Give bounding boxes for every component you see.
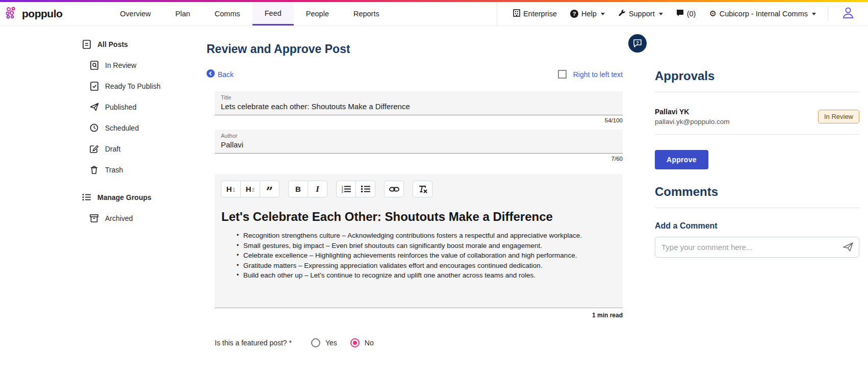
user-profile-icon[interactable] xyxy=(843,7,854,21)
nav-plan[interactable]: Plan xyxy=(163,2,202,26)
help-menu[interactable]: ? Help xyxy=(564,10,611,18)
h2-button[interactable]: H2 xyxy=(240,181,260,197)
sidebar-item-label: Trash xyxy=(105,166,123,174)
nav-reports[interactable]: Reports xyxy=(341,2,392,26)
h2-label: H xyxy=(246,185,251,193)
rtl-checkbox[interactable] xyxy=(558,70,567,79)
edit-pencil-icon xyxy=(89,144,99,153)
sidebar-item-published[interactable]: Published xyxy=(89,96,204,117)
add-comment-label: Add a Comment xyxy=(655,221,859,231)
quote-icon: ” xyxy=(266,189,273,194)
featured-yes-label[interactable]: Yes xyxy=(325,339,337,347)
enterprise-menu[interactable]: Enterprise xyxy=(506,9,564,18)
enterprise-label: Enterprise xyxy=(523,10,557,18)
sidebar-item-manage-groups[interactable]: Manage Groups xyxy=(82,187,204,208)
sidebar-item-all-posts[interactable]: All Posts xyxy=(82,34,204,55)
ordered-list-button[interactable]: 123 xyxy=(336,181,356,197)
nav-comms[interactable]: Comms xyxy=(202,2,252,26)
bold-button[interactable]: B xyxy=(288,181,308,197)
back-link[interactable]: Back xyxy=(207,69,234,79)
clear-format-group xyxy=(413,181,432,197)
workspace-menu[interactable]: ⚙ Cubicorp - Internal Comms xyxy=(702,10,823,18)
clock-icon xyxy=(89,123,99,132)
title-field[interactable]: Title Lets celebrate each other: Shoutou… xyxy=(215,91,623,115)
nav-feed[interactable]: Feed xyxy=(252,2,294,26)
rich-text-editor[interactable]: H1 H2 ” B I 123 xyxy=(215,174,623,308)
feedback-chat-fab[interactable]: ? xyxy=(628,34,647,53)
sidebar-item-label: Published xyxy=(105,103,137,111)
sidebar-item-draft[interactable]: Draft xyxy=(89,138,204,159)
nav-overview[interactable]: Overview xyxy=(108,2,163,26)
sidebar-item-scheduled[interactable]: Scheduled xyxy=(89,117,204,138)
back-arrow-icon xyxy=(207,69,215,79)
page-title: Review and Approve Post xyxy=(207,42,623,56)
title-field-value[interactable]: Lets celebrate each other: Shoutouts Mak… xyxy=(221,102,617,111)
bullet-list-button[interactable] xyxy=(355,181,375,197)
sidebar-item-archived[interactable]: Archived xyxy=(89,208,204,229)
author-field[interactable]: Author Pallavi xyxy=(215,130,623,154)
approver-info: Pallavi YK pallavi.yk@poppulo.com xyxy=(655,108,730,125)
italic-button[interactable]: I xyxy=(308,181,327,197)
post-bullet: Celebrate excellence – Highlighting achi… xyxy=(243,250,617,261)
sidebar-item-ready-to-publish[interactable]: Ready To Publish xyxy=(89,76,204,96)
featured-post-question: Is this a featured post? * Yes No xyxy=(215,338,623,347)
sidebar-section-gap xyxy=(82,180,204,187)
nav-people[interactable]: People xyxy=(294,2,341,26)
featured-yes-radio[interactable] xyxy=(311,338,320,347)
author-field-label: Author xyxy=(221,133,617,139)
support-menu[interactable]: Support xyxy=(611,9,670,18)
post-bullet: Build each other up – Let's continue to … xyxy=(243,270,617,281)
document-search-icon xyxy=(89,61,99,70)
link-icon xyxy=(389,186,399,192)
send-icon[interactable] xyxy=(843,242,854,254)
feed-sidebar: All Posts In Review Ready To Publish Pub… xyxy=(82,34,204,229)
help-label: Help xyxy=(581,10,597,18)
featured-no-label[interactable]: No xyxy=(365,339,374,347)
clear-formatting-button[interactable] xyxy=(413,181,432,197)
title-field-label: Title xyxy=(221,94,617,100)
poppulo-logo[interactable]: poppulo xyxy=(0,2,69,26)
document-check-icon xyxy=(89,82,99,91)
sidebar-item-trash[interactable]: Trash xyxy=(89,159,204,180)
approve-button[interactable]: Approve xyxy=(655,150,708,169)
support-label: Support xyxy=(629,10,655,18)
author-char-counter: 7/60 xyxy=(207,156,623,162)
featured-no-radio[interactable] xyxy=(350,338,360,347)
app-window: poppulo Overview Plan Comms Feed People … xyxy=(0,0,868,377)
wrench-icon xyxy=(618,9,626,18)
link-group xyxy=(384,181,404,197)
ordered-list-icon: 123 xyxy=(342,185,351,193)
chat-bubble-icon xyxy=(676,9,684,18)
featured-question-label: Is this a featured post? * xyxy=(215,339,292,347)
divider xyxy=(655,208,859,208)
profile-container xyxy=(828,7,868,21)
clear-formatting-icon xyxy=(418,185,427,193)
approvals-title: Approvals xyxy=(655,69,859,83)
editor-toolbar: H1 H2 ” B I 123 xyxy=(221,181,617,197)
svg-text:?: ? xyxy=(636,40,639,45)
sidebar-item-label: Manage Groups xyxy=(97,193,151,202)
blockquote-button[interactable]: ” xyxy=(260,181,279,197)
chevron-down-icon xyxy=(659,13,663,15)
notifications-chat[interactable]: (0) xyxy=(670,9,703,18)
list-icon xyxy=(82,193,91,201)
chat-count: (0) xyxy=(687,10,696,18)
bullet-list-icon xyxy=(361,185,370,193)
sidebar-item-label: In Review xyxy=(105,61,136,69)
h1-button[interactable]: H1 xyxy=(221,181,241,197)
bold-icon: B xyxy=(295,185,301,193)
format-group: B I xyxy=(288,181,327,197)
link-button[interactable] xyxy=(384,181,404,197)
trash-icon xyxy=(89,165,99,174)
post-bullet-list[interactable]: Recognition strengthens culture – Acknow… xyxy=(221,231,617,281)
building-icon xyxy=(513,9,520,18)
help-icon: ? xyxy=(570,10,578,18)
sidebar-item-label: Ready To Publish xyxy=(105,82,161,90)
chevron-down-icon xyxy=(601,13,605,15)
comment-input[interactable] xyxy=(655,237,859,258)
post-heading[interactable]: Let's Celebrate Each Other: Shoutouts Ma… xyxy=(221,210,617,224)
sidebar-item-in-review[interactable]: In Review xyxy=(89,55,204,76)
author-field-value[interactable]: Pallavi xyxy=(221,140,617,149)
archive-icon xyxy=(89,214,99,222)
h2-sub: 2 xyxy=(252,187,255,193)
